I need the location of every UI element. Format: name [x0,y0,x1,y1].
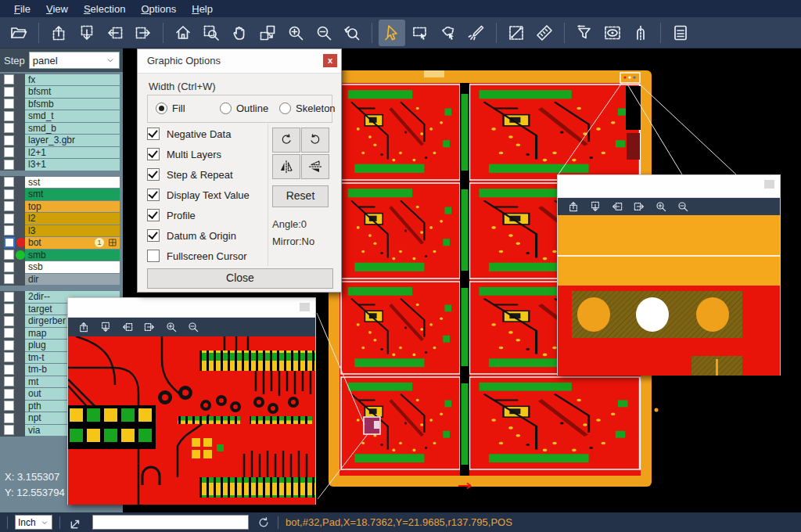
pan-right-button[interactable] [630,200,648,213]
layer-label[interactable]: bfsmb [25,99,120,110]
pan-left-button[interactable] [118,321,137,333]
layer-checkbox[interactable] [4,425,14,435]
zoom-prev-button[interactable] [339,20,365,46]
layer-checkbox[interactable] [4,401,14,411]
radio-circle[interactable] [156,102,167,114]
layer-row-l2[interactable]: l2 [0,213,123,225]
layer-label[interactable]: l3+1 [25,159,120,171]
layer-row-l3[interactable]: l3 [0,225,123,237]
pan-down-button[interactable] [96,321,115,333]
layer-checkbox[interactable] [4,352,14,362]
zoom-window-title-bar[interactable] [558,175,780,198]
layer-row-bfsmt[interactable]: bfsmt [0,86,123,99]
zoom-window-content[interactable] [68,336,315,505]
layer-row-smb[interactable]: smb [0,249,123,261]
zoom-window-title-bar[interactable] [68,298,315,318]
zoom-window-bottom-left[interactable] [67,297,316,505]
layer-checkbox[interactable] [4,225,14,235]
pointer-button[interactable] [379,20,405,46]
radio-skeleton[interactable]: Skeleton [279,102,336,114]
zoom-window-top-right[interactable] [557,174,781,376]
layer-checkbox[interactable] [4,262,14,272]
layer-row-sst[interactable]: sst [0,176,123,189]
checkbox-box[interactable] [147,128,160,140]
layer-row-smd_t[interactable]: smd_t [0,110,123,123]
checkbox-box[interactable] [147,148,160,160]
checkbox-box[interactable] [147,209,160,221]
rect-select-button[interactable] [407,20,433,46]
radio-circle[interactable] [220,102,232,114]
layer-row-layer_3.gbr[interactable]: layer_3.gbr [0,135,123,147]
zoom-out-button[interactable] [673,200,692,213]
checkbox-multi-layers[interactable]: Multi Layers [147,148,221,160]
step-select[interactable]: panel [29,52,120,69]
layer-checkbox[interactable] [4,292,14,302]
layer-row-bot[interactable]: bot1 [0,237,123,250]
layer-checkbox[interactable] [4,274,14,284]
layer-checkbox[interactable] [4,340,14,350]
layer-label[interactable]: bfsmt [25,86,120,98]
pan-up-button[interactable] [564,200,583,213]
pan-left-button[interactable] [102,20,128,46]
layer-checkbox[interactable] [4,413,14,423]
layer-checkbox[interactable] [4,250,14,260]
zoom-in-button[interactable] [282,20,309,46]
checkbox-box[interactable] [147,250,160,262]
layer-row-ssb[interactable]: ssb [0,261,123,274]
zoom-region-button[interactable] [198,20,224,46]
drag-zoom-button[interactable] [254,20,281,46]
layer-label[interactable]: top [25,201,120,213]
layer-label[interactable]: smd_b [25,123,120,135]
checkbox-profile[interactable]: Profile [147,209,196,221]
layer-checkbox[interactable] [4,376,14,386]
layer-checkbox[interactable] [4,123,14,133]
layer-label[interactable]: bot1 [25,237,120,249]
loop-button[interactable] [627,20,654,46]
pan-left-button[interactable] [608,200,627,213]
close-button[interactable]: Close [147,268,333,289]
window-button[interactable] [764,180,774,189]
layer-checkbox[interactable] [4,135,14,146]
measure-button[interactable] [503,20,530,46]
radio-circle[interactable] [279,102,291,114]
layer-row-l2+1[interactable]: l2+1 [0,146,123,159]
reset-button[interactable]: Reset [272,185,329,207]
radio-outline[interactable]: Outline [220,102,268,114]
checkbox-fullscreen-cursor[interactable]: Fullscreen Cursor [147,250,247,262]
layer-checkbox[interactable] [4,87,14,97]
layer-checkbox[interactable] [4,328,14,338]
layer-label[interactable]: smd_t [25,110,120,122]
layer-checkbox[interactable] [4,201,14,211]
units-select[interactable]: Inch [15,515,52,530]
layer-checkbox[interactable] [4,237,15,248]
layer-label[interactable]: dir [25,274,120,286]
layer-label[interactable]: smt [25,189,120,200]
layer-row-fx[interactable]: fx [0,74,123,86]
menu-options[interactable]: Options [133,2,184,16]
checkbox-box[interactable] [147,229,160,242]
folder-open-button[interactable] [5,20,32,46]
checkbox-box[interactable] [147,189,160,201]
checkbox-datum-origin[interactable]: Datum & Origin [147,229,236,242]
layer-label[interactable]: ssb [25,261,120,273]
filter-button[interactable] [571,20,598,46]
ruler-button[interactable] [531,20,558,46]
checkbox-display-text-value[interactable]: Display Text Value [147,189,250,201]
close-icon[interactable]: x [323,54,337,67]
layer-checkbox[interactable] [4,316,14,326]
zoom-window-content[interactable] [558,215,780,376]
checkbox-negative-data[interactable]: Negative Data [147,128,231,140]
checkbox-box[interactable] [147,168,160,181]
zoom-out-button[interactable] [184,321,203,333]
layer-label[interactable]: sst [25,177,120,189]
rotate-cw-button[interactable] [272,128,300,153]
layer-row-dir[interactable]: dir [0,273,123,286]
mirror-vertical-button[interactable] [272,154,300,179]
pan-right-button[interactable] [130,20,156,46]
hand-button[interactable] [226,20,253,46]
layer-label[interactable]: smb [25,250,120,261]
list-button[interactable] [667,20,694,46]
layer-label[interactable]: fx [25,74,120,86]
rotate-ccw-button[interactable] [301,128,329,153]
layer-checkbox[interactable] [4,365,14,375]
